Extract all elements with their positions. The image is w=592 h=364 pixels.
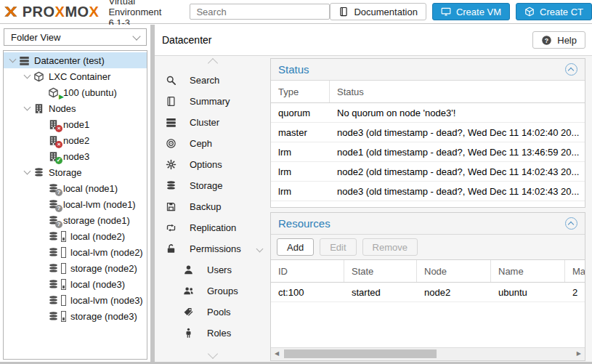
expander-spacer [36, 135, 47, 146]
tree-item-storage-node1[interactable]: ?storage (node1) [4, 212, 147, 228]
expander-spacer [36, 87, 47, 98]
documentation-button[interactable]: Documentation [330, 3, 426, 20]
database-icon: ? [48, 215, 59, 226]
status-row[interactable]: lrmnode3 (old timestamp - dead?, Wed Dec… [271, 182, 585, 201]
status-row[interactable]: lrmnode1 (old timestamp - dead?, Wed Dec… [271, 142, 585, 162]
global-search-input[interactable] [190, 4, 330, 20]
tree-item-storage-node3[interactable]: storage (node3) [4, 308, 147, 324]
tags-icon [183, 307, 200, 318]
menu-item-groups[interactable]: Groups [155, 280, 270, 302]
column-header-state[interactable]: State [344, 260, 417, 282]
menu-item-summary[interactable]: Summary [155, 91, 270, 112]
view-mode-select[interactable]: Folder View [4, 28, 147, 46]
usage-meter-icon [61, 311, 66, 322]
tree-item-local-lvm-node2[interactable]: local-lvm (node2) [4, 244, 147, 260]
book-icon [338, 7, 349, 17]
server-icon [19, 55, 30, 66]
tree-item-label: local (node2) [70, 231, 125, 242]
menu-item-roles[interactable]: Roles [155, 323, 270, 344]
add-button[interactable]: Add [277, 238, 314, 256]
tree-item-local-node1[interactable]: ?local (node1) [4, 180, 147, 196]
expander-spacer [36, 231, 47, 242]
menu-item-users[interactable]: Users [155, 259, 270, 280]
version-label: Virtual Environment 6.1-3 [108, 0, 178, 28]
menu-scroll-down-indicator[interactable] [155, 347, 270, 360]
tree-item-node2[interactable]: ×node2 [4, 132, 147, 148]
resources-panel-header: Resources [271, 213, 585, 235]
expander-spacer [36, 119, 47, 130]
menu-item-ceph[interactable]: Ceph [155, 133, 270, 154]
users-icon [183, 286, 200, 296]
scroll-left-icon[interactable]: ◀ [275, 350, 279, 357]
gear-icon [166, 159, 183, 170]
create-ct-button[interactable]: Create CT [516, 3, 592, 20]
tree-item-local-lvm-node1[interactable]: ?local-lvm (node1) [4, 196, 147, 212]
status-row[interactable]: lrmnode2 (old timestamp - dead?, Wed Dec… [271, 162, 585, 182]
expand-arrow-icon[interactable] [22, 167, 33, 178]
help-button[interactable]: Help [532, 31, 585, 49]
collapse-panel-icon[interactable] [565, 63, 577, 76]
menu-item-pools[interactable]: Pools [155, 302, 270, 323]
create-vm-button[interactable]: Create VM [432, 3, 510, 20]
edit-button: Edit [320, 238, 356, 256]
menu-item-options[interactable]: Options [155, 154, 270, 175]
menu-item-replication[interactable]: Replication [155, 217, 270, 238]
tree-item-label: local-lvm (node2) [70, 247, 143, 258]
expander-spacer [36, 247, 47, 258]
tree-item-100-ubuntu[interactable]: ▶100 (ubuntu) [4, 84, 147, 100]
menu-item-label: Storage [190, 180, 223, 191]
tree-item-local-node3[interactable]: local (node3) [4, 276, 147, 292]
floppy-icon [166, 201, 183, 212]
expand-arrow-icon[interactable] [22, 71, 33, 82]
scroll-right-icon[interactable]: ▶ [577, 350, 581, 357]
retweet-icon [166, 222, 183, 233]
menu-item-cluster[interactable]: Cluster [155, 112, 270, 133]
menu-scroll-up-indicator[interactable] [155, 57, 270, 70]
building-icon: × [48, 135, 59, 146]
status-row[interactable]: masternode3 (old timestamp - dead?, Wed … [271, 123, 585, 142]
column-header-type[interactable]: Type [271, 81, 330, 102]
database-icon [48, 295, 66, 306]
menu-item-storage[interactable]: Storage [155, 175, 270, 196]
column-header-name[interactable]: Name [491, 260, 565, 282]
horizontal-scrollbar[interactable]: ◀ ▶ [271, 347, 585, 360]
tree-item-datacenter-test[interactable]: Datacenter (test) [4, 52, 147, 68]
column-header-max[interactable]: Max. [565, 260, 585, 282]
menu-item-search[interactable]: Search [155, 70, 270, 91]
menu-item-label: Roles [207, 328, 231, 339]
building-icon: ✓ [48, 151, 59, 162]
expander-spacer [36, 295, 47, 306]
database-icon [48, 231, 66, 242]
tree-item-local-lvm-node3[interactable]: local-lvm (node3) [4, 292, 147, 308]
tree-item-label: node3 [63, 151, 89, 162]
menu-item-backup[interactable]: Backup [155, 196, 270, 217]
database-icon [48, 247, 66, 258]
column-header-id[interactable]: ID [271, 260, 344, 282]
tree-item-lxc-container[interactable]: LXC Container [4, 68, 147, 84]
unknown-badge-icon: ? [55, 189, 62, 196]
book-icon [166, 96, 183, 107]
scrollbar-thumb[interactable] [284, 349, 437, 358]
status-row[interactable]: quorumNo quorum on node 'node3'! [271, 103, 585, 123]
column-header-node[interactable]: Node [417, 260, 491, 282]
cell: master [271, 123, 330, 142]
tree-item-nodes[interactable]: Nodes [4, 100, 147, 116]
column-header-status[interactable]: Status [330, 81, 585, 102]
resource-row[interactable]: ct:100startednode2ubuntu2 [271, 283, 585, 302]
menu-item-label: Permissions [190, 243, 241, 254]
tree-item-node1[interactable]: ×node1 [4, 116, 147, 132]
male-icon [183, 328, 200, 339]
expand-arrow-icon[interactable] [22, 103, 33, 114]
server-icon [166, 117, 183, 128]
tree-item-node3[interactable]: ✓node3 [4, 148, 147, 164]
tree-item-local-node2[interactable]: local (node2) [4, 228, 147, 244]
collapse-panel-icon[interactable] [565, 217, 577, 230]
resources-toolbar: AddEditRemove [271, 235, 585, 260]
cell: node3 (old timestamp - dead?, Wed Dec 11… [330, 123, 585, 142]
menu-item-permissions[interactable]: Permissions [155, 238, 270, 259]
tree-item-storage[interactable]: Storage [4, 164, 147, 180]
content-header-bar: Datacenter Help [155, 25, 592, 56]
tree-item-storage-node2[interactable]: storage (node2) [4, 260, 147, 276]
usage-meter-icon [61, 263, 66, 274]
expand-arrow-icon[interactable] [7, 55, 18, 66]
